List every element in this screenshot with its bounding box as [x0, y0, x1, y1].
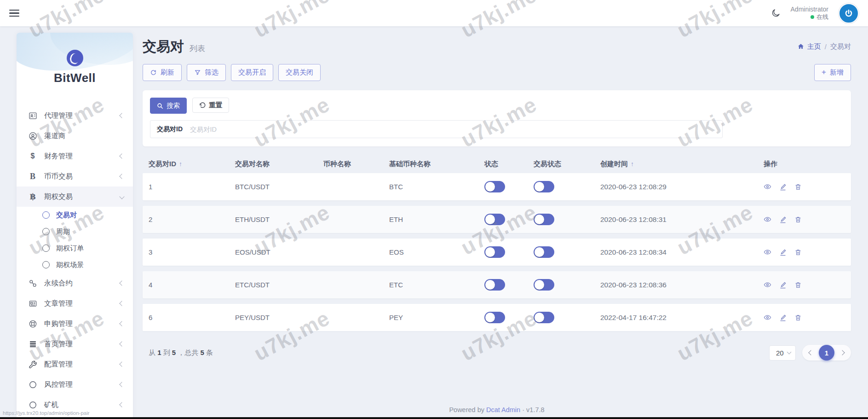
- status-toggle[interactable]: [484, 214, 505, 225]
- next-page-button[interactable]: [836, 345, 848, 361]
- brand: BitWell: [17, 33, 133, 102]
- view-eye-icon[interactable]: [764, 314, 771, 321]
- cell-pair-name: EOS/USDT: [235, 248, 323, 256]
- edit-pencil-icon[interactable]: [779, 314, 787, 321]
- sidebar-item-label: 矿机: [44, 400, 58, 410]
- cell-created-at: 2020-06-23 12:08:36: [600, 281, 764, 289]
- cell-base-coin: PEY: [389, 314, 484, 321]
- cell-base-coin: EOS: [389, 248, 484, 256]
- circle-icon: [28, 401, 38, 409]
- sidebar-item-label: 文章管理: [44, 299, 73, 308]
- view-eye-icon[interactable]: [764, 215, 771, 223]
- sidebar-item-label: 财务管理: [44, 151, 73, 161]
- edit-pencil-icon[interactable]: [779, 183, 787, 191]
- trade-status-toggle[interactable]: [534, 246, 554, 258]
- chevron-left-icon: [119, 113, 124, 118]
- chevron-down-icon: [119, 194, 124, 199]
- cell-pair-name: ETC/USDT: [235, 281, 323, 289]
- header-pair-id[interactable]: 交易对ID↑: [149, 160, 235, 169]
- sidebar-item-homepage[interactable]: 首页管理: [17, 334, 133, 354]
- page-subtitle: 列表: [190, 43, 205, 54]
- status-toggle[interactable]: [484, 279, 505, 291]
- sidebar-item-articles[interactable]: 文章管理: [17, 293, 133, 314]
- dcat-admin-link[interactable]: Dcat Admin: [486, 406, 520, 413]
- edit-pencil-icon[interactable]: [779, 249, 787, 256]
- sidebar-item-label: 永续合约: [44, 279, 73, 288]
- main-content: 交易对 列表 主页 / 交易对 刷新 筛选 交易开启 交易关闭 +: [143, 26, 851, 419]
- delete-trash-icon[interactable]: [794, 281, 802, 289]
- sidebar-item-finance[interactable]: $ 财务管理: [17, 146, 133, 166]
- delete-trash-icon[interactable]: [794, 183, 802, 191]
- sidebar-item-agent[interactable]: 代理管理: [17, 105, 133, 126]
- trade-status-toggle[interactable]: [534, 279, 554, 291]
- reset-button[interactable]: 重置: [192, 98, 229, 113]
- online-dot-icon: [811, 15, 814, 19]
- reset-icon: [199, 102, 206, 109]
- sidebar-item-subscription[interactable]: 申购管理: [17, 314, 133, 334]
- filter-button[interactable]: 筛选: [187, 64, 226, 81]
- plus-icon: +: [822, 68, 826, 77]
- edit-pencil-icon[interactable]: [779, 216, 787, 223]
- status-toggle[interactable]: [484, 312, 505, 323]
- trade-status-toggle[interactable]: [534, 214, 554, 225]
- delete-trash-icon[interactable]: [794, 216, 802, 223]
- chevron-left-icon: [119, 321, 124, 326]
- cell-created-at: 2020-06-23 12:08:34: [600, 248, 764, 256]
- pair-id-input[interactable]: [189, 120, 722, 138]
- status-toggle[interactable]: [484, 181, 505, 192]
- page-size-select[interactable]: 20: [769, 345, 796, 361]
- pagination-row: 从 1 到 5 ，总共 5 条 20 1: [143, 345, 851, 361]
- edit-pencil-icon[interactable]: [779, 281, 787, 289]
- header-created-at[interactable]: 创建时间↑: [600, 160, 764, 169]
- refresh-button[interactable]: 刷新: [143, 64, 182, 81]
- sidebar-item-label: 期权交易: [44, 192, 73, 202]
- trade-status-toggle[interactable]: [534, 181, 554, 192]
- trade-status-toggle[interactable]: [534, 312, 554, 323]
- table-row: 3 EOS/USDT EOS 2020-06-23 12:08:34: [143, 239, 851, 266]
- breadcrumb-home[interactable]: 主页: [797, 42, 821, 51]
- avatar[interactable]: [839, 3, 859, 23]
- view-eye-icon[interactable]: [764, 183, 771, 191]
- delete-trash-icon[interactable]: [794, 314, 802, 321]
- chevron-left-icon: [119, 280, 124, 285]
- sort-asc-icon: ↑: [179, 160, 182, 168]
- sidebar-menu: 代理管理 渠道商 $ 财务管理 B 币币交易 ฿ 期权交易 交易对: [17, 102, 133, 415]
- sidebar-item-risk[interactable]: 风控管理: [17, 374, 133, 395]
- delete-trash-icon[interactable]: [794, 249, 802, 256]
- sidebar-item-option-trade[interactable]: ฿ 期权交易: [17, 186, 133, 207]
- home-icon: [797, 43, 805, 50]
- option-trade-submenu: 交易对 周期 期权订单 期权场景: [17, 207, 133, 273]
- sidebar-item-channel[interactable]: 渠道商: [17, 126, 133, 146]
- sidebar-item-spot-trade[interactable]: B 币币交易: [17, 166, 133, 186]
- search-button[interactable]: 搜索: [150, 98, 187, 114]
- brand-name: BitWell: [54, 71, 96, 85]
- create-button[interactable]: + 新增: [814, 64, 851, 81]
- sidebar-subitem-period[interactable]: 周期: [17, 223, 133, 240]
- view-eye-icon[interactable]: [764, 281, 771, 289]
- status-toggle[interactable]: [484, 246, 505, 258]
- trade-close-button[interactable]: 交易关闭: [278, 64, 321, 81]
- sidebar-item-config[interactable]: 配置管理: [17, 354, 133, 374]
- topbar: Administrator 在线: [0, 0, 868, 26]
- header-status: 状态: [484, 160, 534, 169]
- cell-pair-id: 2: [149, 215, 235, 223]
- header-actions: 操作: [764, 160, 851, 169]
- cell-pair-id: 1: [149, 183, 235, 191]
- circle-icon: [42, 244, 50, 252]
- sidebar-item-label: 申购管理: [44, 319, 73, 329]
- prev-page-button[interactable]: [805, 345, 817, 361]
- sidebar-subitem-option-scene[interactable]: 期权场景: [17, 256, 133, 273]
- table-row: 2 ETH/USDT ETH 2020-06-23 12:08:31: [143, 206, 851, 233]
- dark-mode-moon-icon[interactable]: [771, 8, 781, 18]
- trade-open-button[interactable]: 交易开启: [231, 64, 273, 81]
- sidebar-subitem-option-orders[interactable]: 期权订单: [17, 240, 133, 256]
- cell-pair-id: 3: [149, 248, 235, 256]
- menu-toggle-icon[interactable]: [9, 10, 19, 17]
- cell-pair-id: 6: [149, 314, 235, 321]
- sidebar-subitem-trading-pair[interactable]: 交易对: [17, 207, 133, 223]
- page-1-button[interactable]: 1: [819, 345, 834, 361]
- sidebar-item-perpetual[interactable]: 永续合约: [17, 273, 133, 293]
- page-title: 交易对: [143, 37, 184, 56]
- cell-created-at: 2020-06-23 12:08:29: [600, 183, 764, 191]
- view-eye-icon[interactable]: [764, 248, 771, 256]
